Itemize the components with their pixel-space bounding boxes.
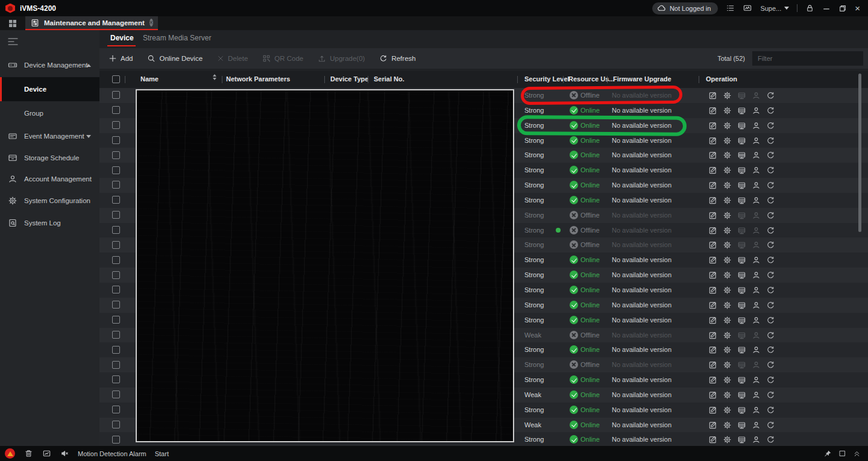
- user-icon[interactable]: [752, 151, 761, 160]
- restore-icon[interactable]: [838, 4, 847, 13]
- user-icon[interactable]: [752, 226, 761, 235]
- tab-close-icon[interactable]: ×: [149, 19, 153, 27]
- remote-config-icon[interactable]: [723, 166, 732, 175]
- remote-config-icon[interactable]: [723, 421, 732, 430]
- storage-config-icon[interactable]: [737, 331, 746, 340]
- sidebar-item-group[interactable]: Group: [0, 102, 99, 124]
- row-checkbox[interactable]: [112, 316, 120, 324]
- refresh-icon[interactable]: [766, 301, 775, 310]
- edit-icon[interactable]: [708, 331, 717, 340]
- row-checkbox[interactable]: [112, 166, 120, 174]
- edit-icon[interactable]: [708, 151, 717, 160]
- user-icon[interactable]: [752, 136, 761, 145]
- upgrade-button[interactable]: Upgrade(0): [318, 54, 365, 63]
- sidebar-item-system-log[interactable]: System Log: [0, 212, 99, 234]
- remote-config-icon[interactable]: [723, 196, 732, 205]
- user-icon[interactable]: [752, 271, 761, 280]
- remote-config-icon[interactable]: [723, 121, 732, 130]
- refresh-icon[interactable]: [766, 151, 775, 160]
- refresh-button[interactable]: Refresh: [379, 54, 415, 63]
- user-icon[interactable]: [752, 286, 761, 295]
- refresh-icon[interactable]: [766, 91, 775, 100]
- user-icon[interactable]: [752, 301, 761, 310]
- sidebar-item-event-management[interactable]: Event Management: [0, 125, 99, 147]
- add-button[interactable]: Add: [108, 54, 133, 63]
- remote-config-icon[interactable]: [723, 181, 732, 190]
- storage-config-icon[interactable]: [737, 256, 746, 265]
- storage-config-icon[interactable]: [737, 226, 746, 235]
- user-icon[interactable]: [752, 181, 761, 190]
- edit-icon[interactable]: [708, 435, 717, 444]
- row-checkbox[interactable]: [112, 271, 120, 279]
- row-checkbox[interactable]: [112, 181, 120, 189]
- window-icon[interactable]: [838, 450, 846, 457]
- storage-config-icon[interactable]: [737, 421, 746, 430]
- user-icon[interactable]: [752, 435, 761, 444]
- trash-icon[interactable]: [24, 449, 33, 458]
- row-checkbox[interactable]: [112, 151, 120, 159]
- tab-device[interactable]: Device: [110, 34, 134, 42]
- edit-icon[interactable]: [708, 271, 717, 280]
- edit-icon[interactable]: [708, 345, 717, 354]
- storage-config-icon[interactable]: [737, 345, 746, 354]
- refresh-icon[interactable]: [766, 360, 775, 369]
- edit-icon[interactable]: [708, 136, 717, 145]
- row-checkbox[interactable]: [112, 106, 120, 114]
- remote-config-icon[interactable]: [723, 136, 732, 145]
- user-icon[interactable]: [752, 421, 761, 430]
- header-serial-no[interactable]: Serial No.: [374, 75, 404, 83]
- pin-icon[interactable]: [823, 450, 832, 458]
- user-icon[interactable]: [752, 166, 761, 175]
- storage-config-icon[interactable]: [737, 211, 746, 220]
- row-checkbox[interactable]: [112, 136, 120, 144]
- edit-icon[interactable]: [708, 240, 717, 249]
- edit-icon[interactable]: [708, 196, 717, 205]
- storage-config-icon[interactable]: [737, 181, 746, 190]
- user-menu[interactable]: Supe...: [760, 5, 789, 12]
- speaker-mute-icon[interactable]: [60, 449, 69, 458]
- storage-config-icon[interactable]: [737, 375, 746, 384]
- minimize-icon[interactable]: [822, 4, 831, 13]
- refresh-icon[interactable]: [766, 345, 775, 354]
- lock-icon[interactable]: [805, 4, 814, 13]
- remote-config-icon[interactable]: [723, 151, 732, 160]
- refresh-icon[interactable]: [766, 331, 775, 340]
- sidebar-item-account-management[interactable]: Account Management: [0, 168, 99, 190]
- edit-icon[interactable]: [708, 406, 717, 415]
- edit-icon[interactable]: [708, 375, 717, 384]
- remote-config-icon[interactable]: [723, 390, 732, 400]
- remote-config-icon[interactable]: [723, 211, 732, 220]
- remote-config-icon[interactable]: [723, 256, 732, 265]
- edit-icon[interactable]: [708, 121, 717, 130]
- select-all-checkbox[interactable]: [112, 75, 120, 83]
- header-firmware-upgrade[interactable]: Firmware Upgrade: [613, 75, 671, 83]
- delete-button[interactable]: Delete: [217, 55, 248, 62]
- storage-config-icon[interactable]: [737, 286, 746, 295]
- row-checkbox[interactable]: [112, 241, 120, 249]
- edit-icon[interactable]: [708, 106, 717, 115]
- row-checkbox[interactable]: [112, 375, 120, 383]
- user-icon[interactable]: [752, 256, 761, 265]
- user-icon[interactable]: [752, 375, 761, 384]
- refresh-icon[interactable]: [766, 121, 775, 130]
- edit-icon[interactable]: [708, 360, 717, 369]
- sidebar-item-device-management[interactable]: Device Management: [0, 54, 99, 76]
- storage-config-icon[interactable]: [737, 301, 746, 310]
- remote-config-icon[interactable]: [723, 286, 732, 295]
- storage-config-icon[interactable]: [737, 435, 746, 444]
- row-checkbox[interactable]: [112, 346, 120, 354]
- refresh-icon[interactable]: [766, 421, 775, 430]
- storage-config-icon[interactable]: [737, 106, 746, 115]
- remote-config-icon[interactable]: [723, 226, 732, 235]
- row-checkbox[interactable]: [112, 91, 120, 99]
- storage-config-icon[interactable]: [737, 360, 746, 369]
- storage-config-icon[interactable]: [737, 196, 746, 205]
- filter-input[interactable]: [752, 51, 863, 66]
- row-checkbox[interactable]: [112, 301, 120, 309]
- row-checkbox[interactable]: [112, 286, 120, 293]
- user-icon[interactable]: [752, 345, 761, 354]
- edit-icon[interactable]: [708, 91, 717, 100]
- storage-config-icon[interactable]: [737, 406, 746, 415]
- edit-icon[interactable]: [708, 226, 717, 235]
- header-device-type[interactable]: Device Type: [330, 75, 368, 83]
